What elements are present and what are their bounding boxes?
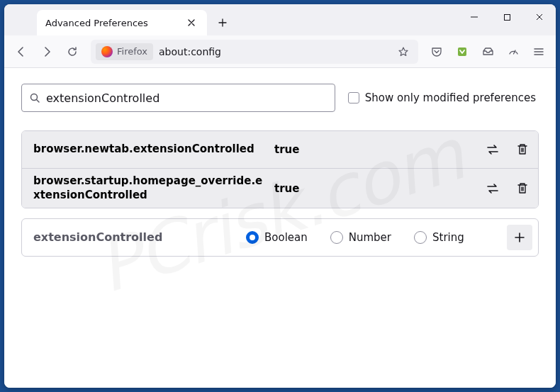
gauge-icon [508, 45, 520, 57]
browser-window: Advanced Preferences [4, 4, 556, 388]
app-menu-button[interactable] [527, 40, 550, 63]
radio-icon [414, 231, 427, 244]
mail-button[interactable] [476, 40, 499, 63]
window-controls [458, 4, 556, 30]
pref-table: browser.newtab.extensionControlled true … [21, 130, 539, 208]
bookmark-button[interactable] [393, 42, 413, 62]
about-config-content: Show only modified preferences browser.n… [4, 68, 556, 388]
tab-title: Advanced Preferences [45, 18, 148, 28]
new-pref-row: extensionControlled Boolean Number Strin… [21, 218, 539, 257]
pref-name: browser.newtab.extensionControlled [33, 142, 267, 157]
close-icon [187, 18, 196, 27]
radio-string[interactable]: String [414, 231, 464, 244]
titlebar: Advanced Preferences [4, 4, 556, 35]
minimize-icon [470, 13, 478, 21]
svg-rect-1 [458, 47, 466, 56]
radio-number[interactable]: Number [330, 231, 391, 244]
browser-tab[interactable]: Advanced Preferences [37, 10, 207, 35]
radio-icon [246, 231, 259, 244]
back-icon [15, 45, 28, 58]
pref-name: browser.startup.homepage_override.extens… [33, 174, 267, 202]
pref-search-input[interactable] [46, 91, 327, 105]
pref-search-box[interactable] [21, 84, 335, 112]
search-row: Show only modified preferences [21, 84, 539, 112]
plus-icon [514, 232, 525, 243]
plus-icon [218, 18, 228, 28]
reload-icon [67, 46, 78, 57]
pref-value: true [274, 143, 473, 156]
firefox-logo-icon [101, 46, 113, 57]
radio-label: Number [349, 231, 391, 244]
new-pref-name: extensionControlled [33, 230, 246, 245]
toggle-button[interactable] [480, 176, 505, 201]
url-text: about:config [159, 45, 393, 59]
pocket-icon [431, 46, 442, 57]
forward-button[interactable] [35, 40, 58, 63]
inbox-icon [482, 45, 494, 57]
puzzle-icon [457, 46, 468, 57]
maximize-icon [503, 13, 511, 21]
pref-row: browser.newtab.extensionControlled true [22, 131, 538, 168]
radio-label: String [432, 231, 464, 244]
new-tab-button[interactable] [211, 11, 234, 34]
modified-only-toggle[interactable]: Show only modified preferences [348, 91, 539, 104]
modified-only-label: Show only modified preferences [365, 91, 536, 104]
delete-button[interactable] [510, 137, 535, 162]
url-bar[interactable]: Firefox about:config [91, 40, 418, 64]
type-radio-group: Boolean Number String [246, 231, 507, 244]
extension-button[interactable] [451, 40, 474, 63]
reload-button[interactable] [61, 40, 84, 63]
delete-button[interactable] [510, 176, 535, 201]
identity-box[interactable]: Firefox [96, 43, 153, 60]
nav-toolbar: Firefox about:config [4, 35, 556, 68]
star-icon [398, 46, 409, 57]
minimize-button[interactable] [458, 4, 491, 30]
toggle-button[interactable] [480, 137, 505, 162]
window-close-button[interactable] [523, 4, 556, 30]
forward-icon [40, 45, 53, 58]
pref-row: browser.startup.homepage_override.extens… [22, 168, 538, 208]
maximize-button[interactable] [491, 4, 523, 30]
toggle-arrows-icon [486, 182, 500, 195]
radio-icon [330, 231, 343, 244]
add-pref-button[interactable] [507, 225, 532, 250]
hamburger-icon [533, 46, 544, 57]
close-tab-button[interactable] [184, 16, 198, 30]
search-icon [29, 92, 40, 103]
radio-label: Boolean [264, 231, 308, 244]
pref-value: true [274, 182, 473, 195]
checkbox-icon [348, 92, 359, 103]
identity-label: Firefox [117, 46, 147, 57]
back-button[interactable] [10, 40, 33, 63]
radio-boolean[interactable]: Boolean [246, 231, 308, 244]
close-icon [535, 13, 544, 21]
dashboard-button[interactable] [502, 40, 525, 63]
pocket-button[interactable] [425, 40, 448, 63]
trash-icon [517, 143, 528, 156]
trash-icon [517, 182, 528, 195]
toggle-arrows-icon [486, 143, 500, 156]
svg-rect-0 [504, 14, 510, 20]
